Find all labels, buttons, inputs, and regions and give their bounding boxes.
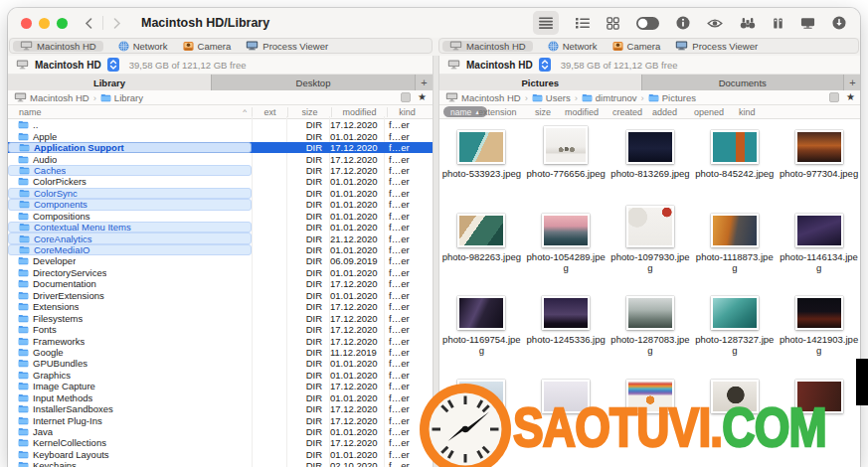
file-row[interactable]: Compositions DIR 01.01.2020 f…er bbox=[8, 211, 433, 222]
photo-item[interactable]: photo-845242.jpeg bbox=[693, 122, 777, 206]
file-row[interactable]: Filesystems DIR 17.12.2020 f…er bbox=[8, 312, 433, 323]
tab-documents[interactable]: Documents bbox=[641, 75, 844, 90]
folder-icon bbox=[18, 427, 29, 436]
drive-switcher-stepper[interactable] bbox=[539, 58, 551, 72]
file-row[interactable]: ColorSync DIR 01.01.2020 f…er bbox=[8, 188, 433, 199]
file-row[interactable]: Keyboard Layouts DIR 01.01.2020 f…er bbox=[8, 449, 433, 460]
drive-switcher-stepper[interactable] bbox=[107, 58, 119, 72]
file-row[interactable]: Components DIR 01.01.2020 f…er bbox=[8, 199, 433, 210]
back-button[interactable] bbox=[81, 15, 96, 31]
breadcrumb-item[interactable]: Users bbox=[532, 92, 571, 103]
breadcrumb-item[interactable]: Pictures bbox=[648, 92, 696, 103]
file-row[interactable]: CoreMediaIO DIR 01.01.2020 f…er bbox=[8, 244, 433, 255]
folder-icon bbox=[18, 404, 29, 413]
favorite-item[interactable]: Camera bbox=[183, 41, 232, 52]
file-row[interactable]: ColorPickers DIR 01.01.2020 f…er bbox=[8, 176, 433, 187]
preview-eye-icon[interactable] bbox=[707, 13, 723, 33]
file-row[interactable]: Audio DIR 17.12.2020 f…er bbox=[8, 153, 433, 164]
photo-item[interactable]: photo-1118873.jpeg bbox=[693, 206, 777, 289]
file-row[interactable]: Frameworks DIR 17.12.2020 f…er bbox=[8, 335, 433, 346]
tab-pictures[interactable]: Pictures bbox=[439, 75, 641, 90]
file-row[interactable]: DirectoryServices DIR 01.01.2020 f…er bbox=[8, 267, 433, 278]
photo-item[interactable]: photo-1245336.jpg bbox=[524, 288, 608, 372]
column-header-kind[interactable]: kind bbox=[387, 107, 427, 117]
file-row[interactable]: Java DIR 01.01.2020 f…er bbox=[8, 426, 433, 437]
photo-item[interactable]: photo-1287327.jpeg bbox=[693, 288, 777, 372]
file-row[interactable]: Graphics DIR 01.01.2020 f…er bbox=[8, 370, 433, 381]
queue-icon[interactable] bbox=[773, 13, 783, 33]
file-row[interactable]: .. DIR 17.12.2020 f…er bbox=[8, 119, 433, 130]
column-header-name[interactable]: name ^ bbox=[8, 107, 252, 117]
globe-icon bbox=[548, 41, 559, 52]
list-view-icon[interactable] bbox=[533, 11, 559, 35]
photo-item[interactable]: photo-1169754.jpeg bbox=[439, 288, 523, 372]
column-header-modified[interactable]: modified bbox=[331, 107, 387, 117]
breadcrumb-separator: › bbox=[525, 92, 528, 103]
nav-controls bbox=[81, 15, 125, 31]
photo-item[interactable]: photo-1054289.jpeg bbox=[524, 206, 608, 289]
favorite-item[interactable]: Camera bbox=[612, 41, 661, 52]
file-row[interactable]: Application Support DIR 17.12.2020 f…er bbox=[8, 142, 433, 153]
photo-item[interactable]: photo-1421903.jpeg bbox=[778, 288, 860, 372]
tab-desktop[interactable]: Desktop bbox=[211, 75, 415, 90]
breadcrumb-item[interactable]: dimtrunov bbox=[582, 92, 637, 103]
pane-options-button[interactable] bbox=[829, 92, 839, 102]
get-info-icon[interactable] bbox=[676, 13, 690, 33]
detail-view-icon[interactable] bbox=[576, 13, 590, 33]
file-row[interactable]: Input Methods DIR 01.01.2020 f…er bbox=[8, 392, 433, 403]
file-row[interactable]: Apple DIR 01.01.2020 f…er bbox=[8, 130, 433, 141]
photo-item[interactable]: photo-776656.jpeg bbox=[524, 122, 608, 206]
breadcrumb-item[interactable]: Macintosh HD bbox=[14, 92, 89, 103]
file-row[interactable]: Image Capture DIR 17.12.2020 f…er bbox=[8, 381, 433, 391]
favorite-item[interactable]: Macintosh HD bbox=[442, 41, 533, 52]
file-row[interactable]: Developer DIR 06.09.2019 f…er bbox=[8, 255, 433, 266]
file-row[interactable]: Fonts DIR 17.12.2020 f…er bbox=[8, 324, 433, 335]
file-row[interactable]: Extensions DIR 17.12.2020 f…er bbox=[8, 301, 433, 312]
breadcrumb-item[interactable]: Macintosh HD bbox=[445, 92, 521, 103]
file-row[interactable]: DriverExtensions DIR 01.01.2020 f…er bbox=[8, 290, 433, 301]
column-header-ext[interactable]: ext bbox=[252, 107, 287, 117]
file-row[interactable]: KernelCollections DIR 17.12.2020 f…er bbox=[8, 437, 433, 448]
file-row[interactable]: Contextual Menu Items DIR 01.01.2020 f…e… bbox=[8, 222, 433, 233]
close-button[interactable] bbox=[21, 18, 32, 29]
photo-item[interactable]: photo-1287083.jpeg bbox=[608, 288, 692, 372]
tab-library[interactable]: Library bbox=[8, 75, 211, 90]
add-tab-button[interactable]: + bbox=[843, 75, 860, 90]
photo-item[interactable]: photo-813269.jpeg bbox=[608, 122, 692, 206]
file-row[interactable]: Caches DIR 17.12.2020 f…er bbox=[8, 165, 433, 176]
photo-filename: photo-845242.jpeg bbox=[694, 168, 776, 179]
dual-pane-toggle[interactable] bbox=[636, 13, 659, 33]
grid-view-icon[interactable] bbox=[607, 13, 619, 33]
forward-button[interactable] bbox=[109, 15, 125, 31]
folder-icon bbox=[18, 371, 29, 380]
favorite-item[interactable]: Process Viewer bbox=[675, 41, 758, 52]
photo-item[interactable]: photo-1097930.jpeg bbox=[608, 206, 692, 289]
favorite-item[interactable]: Macintosh HD bbox=[13, 41, 103, 52]
file-row[interactable]: CoreAnalytics DIR 21.12.2020 f…er bbox=[8, 233, 433, 243]
file-row[interactable]: InstallerSandboxes DIR 17.12.2020 f…er bbox=[8, 403, 433, 414]
network-drive-icon[interactable] bbox=[800, 13, 815, 33]
file-row[interactable]: GPUBundles DIR 01.01.2020 f…er bbox=[8, 358, 433, 369]
file-row[interactable]: Internet Plug-Ins DIR 17.12.2020 f…er bbox=[8, 414, 433, 425]
photo-item[interactable]: photo-977304.jpeg bbox=[778, 122, 860, 206]
download-icon[interactable] bbox=[832, 13, 846, 33]
pane-options-button[interactable] bbox=[401, 92, 411, 102]
add-tab-button[interactable]: + bbox=[415, 75, 433, 90]
search-binoculars-icon[interactable] bbox=[740, 13, 756, 33]
photo-item[interactable]: photo-982263.jpeg bbox=[439, 206, 523, 289]
favorite-item[interactable]: Network bbox=[118, 41, 168, 52]
file-row[interactable]: Documentation DIR 17.12.2020 f…er bbox=[8, 278, 433, 289]
photo-thumbnail bbox=[795, 214, 843, 247]
column-header-size[interactable]: size bbox=[287, 107, 331, 117]
breadcrumb-item[interactable]: Library bbox=[100, 92, 143, 103]
zoom-button[interactable] bbox=[57, 18, 68, 29]
favorite-item[interactable]: Process Viewer bbox=[246, 41, 328, 52]
file-row[interactable]: Keychains DIR 02.10.2020 f…er bbox=[8, 460, 433, 467]
favorite-star-button[interactable]: ★ bbox=[846, 92, 855, 102]
minimize-button[interactable] bbox=[39, 18, 50, 29]
photo-item[interactable]: photo-533923.jpeg bbox=[439, 122, 523, 206]
photo-item[interactable]: photo-1146134.jpeg bbox=[778, 206, 860, 289]
favorite-item[interactable]: Network bbox=[548, 41, 598, 52]
favorite-star-button[interactable]: ★ bbox=[418, 92, 427, 102]
file-row[interactable]: Google DIR 11.12.2019 f…er bbox=[8, 347, 433, 358]
